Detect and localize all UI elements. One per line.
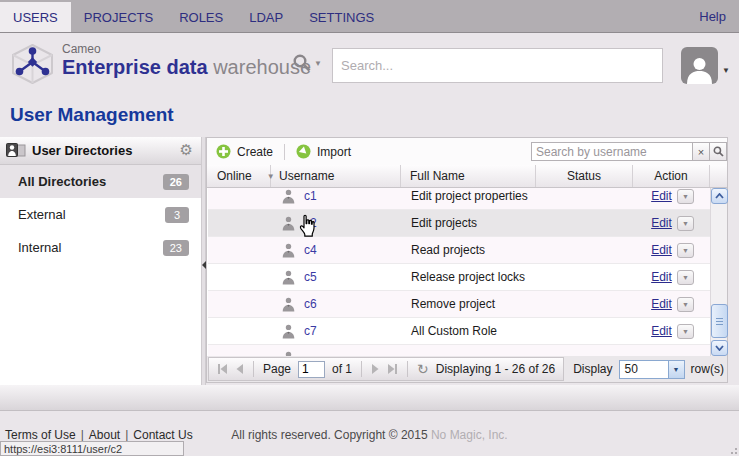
table-row[interactable]: c6Remove projectEdit▼ <box>208 291 711 318</box>
table-header-row: Online▼ Username Full Name Status Action <box>207 165 727 188</box>
username-link[interactable]: c4 <box>304 243 317 257</box>
user-icon <box>282 297 295 312</box>
displaying-text: Displaying 1 - 26 of 26 <box>436 362 555 376</box>
sidebar-item-external[interactable]: External3 <box>0 198 201 231</box>
select-caret-icon[interactable]: ▼ <box>668 361 684 378</box>
page-number-input[interactable] <box>298 361 325 378</box>
import-label: Import <box>317 145 351 159</box>
search-submit-button[interactable] <box>710 142 727 161</box>
footer-link-contact-us[interactable]: Contact Us <box>133 428 192 442</box>
edit-link[interactable]: Edit <box>651 243 672 257</box>
import-button[interactable]: Import <box>296 144 351 159</box>
username-link[interactable]: c6 <box>304 297 317 311</box>
display-rows-group: Display 50 ▼ row(s) <box>573 360 724 379</box>
table-row[interactable]: c1Edit project propertiesEdit▼ <box>208 188 711 210</box>
table-row[interactable]: c4Read projectsEdit▼ <box>208 237 711 264</box>
column-header-action[interactable]: Action <box>633 165 710 187</box>
directories-icon <box>6 143 26 158</box>
edit-link[interactable]: Edit <box>651 324 672 338</box>
help-link[interactable]: Help <box>699 0 739 32</box>
fullname-cell: Edit projects <box>402 216 537 230</box>
last-page-button[interactable] <box>387 364 398 374</box>
action-dropdown-button[interactable]: ▼ <box>677 297 694 312</box>
action-dropdown-button[interactable]: ▼ <box>677 324 694 339</box>
user-icon <box>282 216 295 231</box>
page-size-select[interactable]: 50 ▼ <box>619 360 685 379</box>
user-avatar[interactable] <box>681 47 718 84</box>
action-cell: Edit▼ <box>634 297 711 312</box>
username-link[interactable]: c7 <box>304 324 317 338</box>
table-row[interactable]: c2Edit projectsEdit▼ <box>208 210 711 237</box>
nav-tab-users[interactable]: USERS <box>0 2 71 32</box>
search-icon[interactable] <box>292 53 312 73</box>
table-body: c1Edit project propertiesEdit▼c2Edit pro… <box>208 188 711 356</box>
username-link[interactable]: c1 <box>304 189 317 203</box>
nav-tabs: USERSPROJECTSROLESLDAPSETTINGS <box>0 0 387 32</box>
prev-page-button[interactable] <box>235 364 244 374</box>
browser-status-bar: https://esi3:8111/user/c2 <box>0 441 184 456</box>
column-header-online[interactable]: Online▼ <box>207 165 271 187</box>
person-icon <box>685 55 714 84</box>
footer-links: Terms of Use|About|Contact Us <box>5 428 193 442</box>
edit-link[interactable]: Edit <box>651 297 672 311</box>
table-scrollbar[interactable] <box>710 188 727 356</box>
action-dropdown-button[interactable]: ▼ <box>677 270 694 285</box>
user-icon <box>282 324 295 339</box>
action-cell: Edit▼ <box>634 243 711 258</box>
username-search-group: × <box>531 142 727 161</box>
scroll-up-button[interactable] <box>711 188 728 204</box>
table-row[interactable]: c5Release project locksEdit▼ <box>208 264 711 291</box>
column-header-status[interactable]: Status <box>536 165 633 187</box>
search-scope-caret-icon[interactable]: ▼ <box>314 59 322 68</box>
refresh-icon[interactable]: ↻ <box>417 362 429 376</box>
sidebar-item-all-directories[interactable]: All Directories26 <box>0 165 201 198</box>
page-label: Page <box>263 362 291 376</box>
footer-link-terms-of-use[interactable]: Terms of Use <box>5 428 76 442</box>
user-icon <box>282 189 295 204</box>
pagination-bar: Page of 1 ↻ Displaying 1 - 26 of 26 Disp… <box>207 356 727 382</box>
resize-grip-icon <box>727 444 737 454</box>
action-cell: Edit▼ <box>634 270 711 285</box>
fullname-cell: All Custom Role <box>402 324 537 338</box>
users-table-panel: Create Import × Online▼ Username Full Na… <box>206 137 728 383</box>
column-header-username[interactable]: Username <box>271 165 401 187</box>
sidebar-item-label: All Directories <box>18 174 106 189</box>
user-icon <box>282 243 295 258</box>
username-cell: c4 <box>272 243 402 258</box>
footer-link-about[interactable]: About <box>89 428 120 442</box>
brand-line2: Enterprise data warehouse <box>62 56 311 78</box>
username-cell: c7 <box>272 324 402 339</box>
user-directories-panel: User Directories ⚙ All Directories26Exte… <box>0 137 201 385</box>
column-header-fullname[interactable]: Full Name <box>401 165 536 187</box>
create-plus-icon <box>216 144 231 159</box>
next-page-button[interactable] <box>371 364 380 374</box>
nav-tab-projects[interactable]: PROJECTS <box>71 2 166 32</box>
first-page-button[interactable] <box>217 364 228 374</box>
table-row[interactable]: c7All Custom RoleEdit▼ <box>208 318 711 345</box>
username-link[interactable]: c5 <box>304 270 317 284</box>
avatar-menu-caret-icon[interactable]: ▼ <box>722 66 730 75</box>
gear-icon[interactable]: ⚙ <box>180 143 193 158</box>
scrollbar-thumb[interactable] <box>711 304 728 338</box>
nav-tab-ldap[interactable]: LDAP <box>236 2 296 32</box>
action-dropdown-button[interactable]: ▼ <box>677 216 694 231</box>
nav-tab-roles[interactable]: ROLES <box>166 2 236 32</box>
nav-tab-settings[interactable]: SETTINGS <box>296 2 387 32</box>
edit-link[interactable]: Edit <box>651 270 672 284</box>
sidebar-item-internal[interactable]: Internal23 <box>0 231 201 264</box>
username-search-input[interactable] <box>531 142 693 161</box>
create-button[interactable]: Create <box>216 144 273 159</box>
global-search-input[interactable] <box>332 48 663 83</box>
username-cell: c1 <box>272 189 402 204</box>
scroll-down-button[interactable] <box>711 340 728 356</box>
pager-separator <box>407 361 408 377</box>
brand-text: Cameo Enterprise data warehouse <box>62 43 311 78</box>
directory-list: All Directories26External3Internal23 <box>0 165 201 264</box>
edit-link[interactable]: Edit <box>651 216 672 230</box>
action-dropdown-button[interactable]: ▼ <box>677 189 694 204</box>
edit-link[interactable]: Edit <box>651 189 672 203</box>
action-dropdown-button[interactable]: ▼ <box>677 243 694 258</box>
mouse-cursor-icon <box>297 214 319 238</box>
clear-search-button[interactable]: × <box>693 142 710 161</box>
top-navbar: USERSPROJECTSROLESLDAPSETTINGS Help <box>0 0 739 33</box>
